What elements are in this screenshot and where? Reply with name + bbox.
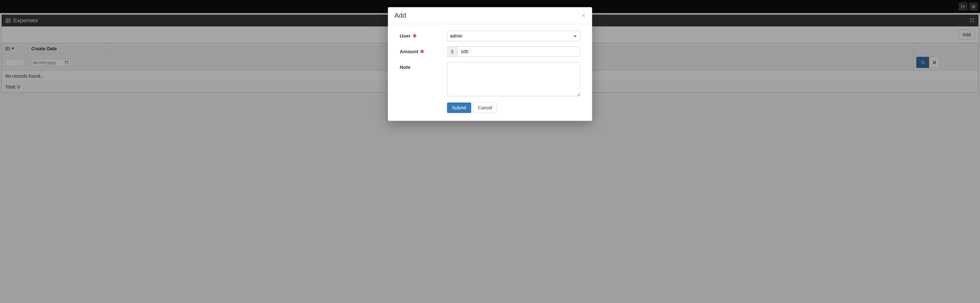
modal-close-button[interactable]: × bbox=[581, 12, 586, 19]
required-icon: ✱ bbox=[420, 49, 424, 54]
note-label-text: Note bbox=[400, 64, 410, 70]
amount-input[interactable] bbox=[457, 46, 580, 57]
amount-label-text: Amount bbox=[400, 49, 418, 54]
user-label: User ✱ bbox=[400, 31, 447, 39]
submit-button[interactable]: Submit bbox=[447, 103, 471, 113]
form-row-note: Note bbox=[400, 62, 581, 97]
modal-actions: Submit Cancel bbox=[447, 103, 581, 113]
currency-addon: $ bbox=[447, 46, 457, 57]
modal-title: Add bbox=[395, 12, 406, 19]
modal-header: Add × bbox=[388, 7, 592, 24]
modal-body: User ✱ admin Amount ✱ $ bbox=[388, 24, 592, 121]
close-icon: × bbox=[581, 11, 586, 20]
user-select[interactable]: admin bbox=[447, 31, 581, 41]
note-label: Note bbox=[400, 62, 447, 70]
required-icon: ✱ bbox=[412, 33, 417, 38]
form-row-user: User ✱ admin bbox=[400, 31, 581, 41]
note-textarea[interactable] bbox=[447, 62, 581, 96]
cancel-button[interactable]: Cancel bbox=[473, 103, 497, 113]
amount-label: Amount ✱ bbox=[400, 46, 447, 54]
add-modal: Add × User ✱ admin Amount ✱ $ bbox=[388, 7, 592, 121]
user-label-text: User bbox=[400, 33, 410, 38]
form-row-amount: Amount ✱ $ bbox=[400, 46, 581, 57]
